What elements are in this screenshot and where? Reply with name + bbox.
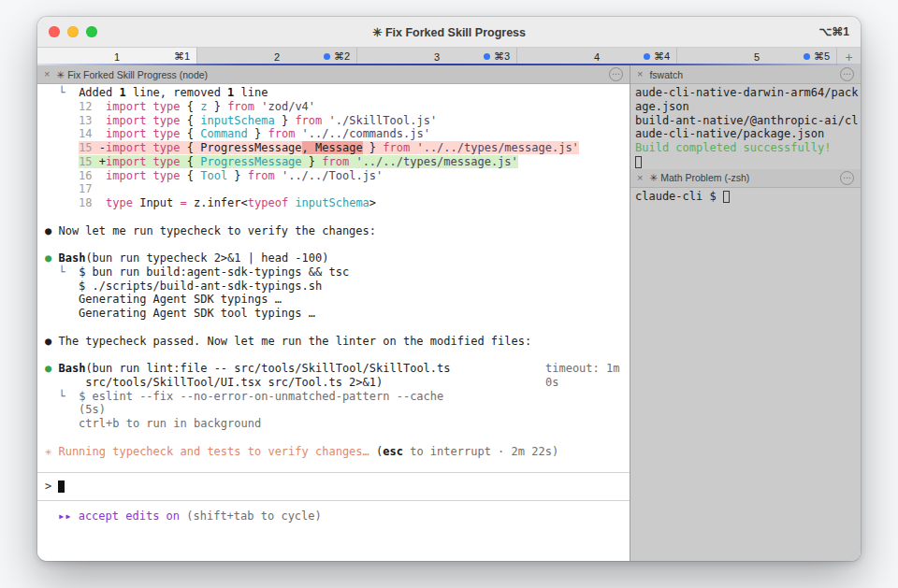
pane-menu-icon[interactable]: ⋯ [840,67,854,81]
prompt-input-box[interactable]: > [37,472,630,501]
terminal-line: (5s) [45,403,620,417]
block-cursor [58,480,65,493]
terminal-line: 16 import type { Tool } from '../../Tool… [45,169,620,183]
terminal-line: 18 type Input = z.infer<typeof inputSche… [45,196,620,210]
pane-menu-icon[interactable]: ⋯ [840,171,854,185]
terminal-line: ctrl+b to run in background [45,417,620,431]
window-title: ✳ Fix Forked Skill Progress [37,25,861,39]
terminal-line [635,155,856,169]
terminal-line: └ Added 1 line, removed 1 line [45,86,620,100]
terminal-line: ● The typecheck passed. Now let me run t… [45,335,620,349]
tab-accent-line [37,64,861,65]
fswatch-terminal-output[interactable]: aude-cli-native-darwin-arm64/package.jso… [630,84,861,169]
terminal-line [45,458,620,472]
zoom-window-button[interactable] [86,26,97,37]
window-titlebar[interactable]: ✳ Fix Forked Skill Progress ⌥⌘1 [37,17,861,47]
terminal-line: Generating Agent SDK typings … [45,293,620,307]
close-pane-icon[interactable]: × [637,69,643,79]
terminal-line [45,321,620,335]
terminal-line: Generating Agent SDK tool typings … [45,307,620,321]
terminal-line: aude-cli-native-darwin-arm64/pack [635,86,856,100]
main-pane-titlebar: × ✳ Fix Forked Skill Progress (node) ⋯ [37,65,630,84]
minimize-window-button[interactable] [67,26,79,37]
math-pane-titlebar: × ✳ Math Problem (-zsh) ⋯ [630,169,861,188]
mode-label: ▸▸ accept edits on [58,509,180,523]
terminal-line [45,348,620,362]
terminal-line: $ ./scripts/build-ant-sdk-typings.sh [45,280,620,294]
terminal-line: ● Bash(bun run lint:file -- src/tools/Sk… [45,362,620,376]
close-window-button[interactable] [49,26,60,37]
terminal-line: 12 import type { z } from 'zod/v4' [45,100,620,114]
activity-dot-icon [484,53,490,60]
terminal-line: age.json [635,100,856,114]
activity-dot-icon [644,53,650,60]
pane-menu-icon[interactable]: ⋯ [609,67,623,81]
terminal-line: 15 +import type { ProgressMessage } from… [45,155,620,169]
terminal-line: claude-cli $ [635,190,856,204]
terminal-line: Build completed successfully! [635,141,856,155]
terminal-line: ● Bash(bun run typecheck 2>&1 | head -10… [45,251,620,265]
cursor-hollow [635,156,642,168]
math-pane-title: ✳ Math Problem (-zsh) [649,172,749,183]
terminal-line: aude-cli-native/package.json [635,127,856,141]
fswatch-pane-titlebar: × fswatch ⋯ [630,65,861,84]
terminal-line: └ $ eslint --fix --no-error-on-unmatched… [45,390,620,404]
close-pane-icon[interactable]: × [44,69,50,79]
terminal-line [45,431,620,445]
terminal-line: 13 import type { inputSchema } from './S… [45,114,620,128]
window-shortcut-label: ⌥⌘1 [818,25,861,38]
permission-mode-line: ▸▸ accept edits on (shift+tab to cycle) [37,501,630,523]
activity-dot-icon [804,53,810,60]
terminal-line: └ $ bun run build:agent-sdk-typings && t… [45,265,620,280]
traffic-lights [37,26,97,37]
terminal-line: ✳ Running typecheck and tests to verify … [45,445,620,459]
terminal-line: src/tools/SkillTool/UI.tsx src/Tool.ts 2… [45,376,620,390]
main-pane-title: ✳ Fix Forked Skill Progress (node) [56,69,208,80]
math-terminal-output[interactable]: claude-cli $ [630,188,861,562]
cursor-hollow [723,191,730,203]
terminal-line [45,237,620,251]
terminal-line: 15 -import type { ProgressMessage, Messa… [45,141,620,155]
tab-bar: 1⌘12⌘23⌘34⌘45⌘5 + [37,47,861,65]
terminal-line [45,210,620,224]
claude-terminal-output[interactable]: └ Added 1 line, removed 1 line 12 import… [37,84,630,472]
main-pane: × ✳ Fix Forked Skill Progress (node) ⋯ └… [37,65,630,561]
close-pane-icon[interactable]: × [637,173,643,183]
terminal-line: build-ant-native/@anthropic-ai/cl [635,114,856,128]
terminal-line: ● Now let me run typecheck to verify the… [45,224,620,238]
right-pane-stack: × fswatch ⋯ aude-cli-native-darwin-arm64… [630,65,861,561]
terminal-line: 14 import type { Command } from '../../c… [45,127,620,141]
mode-hint: (shift+tab to cycle) [180,509,322,523]
terminal-window: ✳ Fix Forked Skill Progress ⌥⌘1 1⌘12⌘23⌘… [37,17,861,561]
terminal-line: 17 [45,182,620,196]
fswatch-pane-title: fswatch [649,69,683,80]
pane-container: × ✳ Fix Forked Skill Progress (node) ⋯ └… [37,65,861,561]
activity-dot-icon [324,53,330,60]
